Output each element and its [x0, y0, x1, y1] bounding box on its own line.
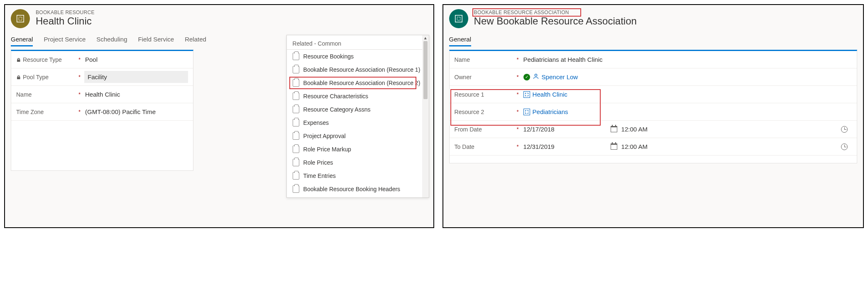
entity-type-label: BOOKABLE RESOURCE	[36, 10, 95, 15]
clipboard-icon	[293, 53, 299, 60]
field-to-date[interactable]: To Date * 12/31/2019 12:00 AM	[450, 138, 857, 156]
verified-icon: ✓	[523, 74, 530, 80]
person-icon	[533, 73, 539, 81]
tab-general[interactable]: General	[11, 34, 33, 46]
related-item-bra-1[interactable]: Bookable Resource Association (Resource …	[287, 63, 429, 76]
related-item-role-price-markup[interactable]: Role Price Markup	[287, 143, 429, 156]
related-item-resource-bookings[interactable]: Resource Bookings	[287, 50, 429, 63]
related-item-characteristics[interactable]: Resource Characteristics	[287, 90, 429, 103]
field-from-date[interactable]: From Date * 12/17/2018 12:00 AM	[450, 121, 857, 138]
value-pool-type: Facility	[84, 71, 188, 83]
attribute-card: Name * Pediatricians at Health Clinic Ow…	[449, 50, 857, 163]
label-from-date: From Date	[455, 126, 517, 133]
calendar-icon[interactable]	[611, 126, 617, 132]
clock-icon[interactable]	[841, 126, 848, 133]
svg-rect-0	[17, 15, 24, 22]
label-name: Name	[16, 91, 78, 98]
resource-icon	[523, 109, 530, 115]
field-name[interactable]: Name * Health Clinic	[11, 86, 193, 103]
tab-field-service[interactable]: Field Service	[138, 34, 174, 46]
left-form-panel: BOOKABLE RESOURCE Health Clinic General …	[4, 4, 434, 228]
related-item-bra-2[interactable]: Bookable Resource Association (Resource …	[287, 76, 429, 90]
tab-general[interactable]: General	[449, 34, 471, 46]
calendar-icon[interactable]	[611, 143, 617, 150]
clipboard-icon	[293, 172, 299, 180]
related-header: Related - Common	[287, 35, 429, 50]
related-item-role-prices[interactable]: Role Prices	[287, 156, 429, 169]
clipboard-icon	[293, 185, 299, 193]
resource-icon	[523, 91, 530, 98]
label-to-date: To Date	[455, 143, 517, 150]
entity-type-label: BOOKABLE RESOURCE ASSOCIATION	[474, 10, 637, 15]
svg-rect-2	[455, 15, 462, 22]
empty-space	[11, 121, 193, 170]
clipboard-icon	[293, 79, 299, 87]
label-resource-type: Resource Type	[23, 56, 62, 63]
clipboard-icon	[293, 132, 299, 140]
lock-icon	[16, 74, 21, 80]
value-from-date: 12/17/2018 12:00 AM	[523, 126, 852, 133]
field-owner[interactable]: Owner * ✓ Spencer Low	[450, 68, 857, 86]
clipboard-icon	[293, 92, 299, 100]
tab-bar: General	[443, 31, 863, 46]
value-owner[interactable]: ✓ Spencer Low	[523, 73, 852, 81]
lock-icon	[16, 56, 21, 63]
tab-related[interactable]: Related	[185, 34, 206, 46]
related-item-booking-headers[interactable]: Bookable Resource Booking Headers	[287, 182, 429, 196]
related-item-category-assns[interactable]: Resource Category Assns	[287, 103, 429, 116]
field-resource-type[interactable]: Resource Type * Pool	[11, 51, 193, 68]
label-resource-2: Resource 2	[455, 109, 517, 115]
value-resource-1[interactable]: Health Clinic	[523, 91, 852, 98]
attribute-card: Resource Type * Pool Pool Type * Facilit…	[11, 50, 193, 171]
entity-icon	[449, 9, 468, 28]
scroll-thumb[interactable]	[423, 41, 428, 99]
value-name: Pediatricians at Health Clinic	[523, 56, 852, 63]
svg-rect-1	[19, 17, 22, 20]
value-name: Health Clinic	[85, 91, 188, 98]
spacer	[450, 156, 857, 163]
svg-rect-3	[457, 17, 460, 20]
form-header: BOOKABLE RESOURCE Health Clinic	[5, 5, 433, 31]
value-to-date: 12/31/2019 12:00 AM	[523, 143, 852, 150]
label-pool-type: Pool Type	[23, 74, 49, 80]
field-resource-1[interactable]: Resource 1 * Health Clinic	[450, 86, 857, 103]
tab-scheduling[interactable]: Scheduling	[96, 34, 127, 46]
label-time-zone: Time Zone	[16, 109, 78, 115]
clipboard-icon	[293, 146, 299, 153]
clipboard-icon	[293, 159, 299, 166]
related-dropdown: ▲ Related - Common Resource Bookings Boo…	[286, 35, 429, 198]
clipboard-icon	[293, 66, 299, 73]
form-header: BOOKABLE RESOURCE ASSOCIATION New Bookab…	[443, 5, 863, 31]
svg-point-4	[535, 74, 537, 76]
related-item-project-approval[interactable]: Project Approval	[287, 129, 429, 143]
tab-project-service[interactable]: Project Service	[44, 34, 86, 46]
clock-icon[interactable]	[841, 143, 848, 150]
field-time-zone[interactable]: Time Zone * (GMT-08:00) Pacific Time	[11, 103, 193, 121]
field-pool-type[interactable]: Pool Type * Facility	[11, 68, 193, 86]
clipboard-icon	[293, 106, 299, 113]
value-resource-type: Pool	[85, 56, 188, 63]
field-resource-2[interactable]: Resource 2 * Pediatricians	[450, 103, 857, 121]
related-item-expenses[interactable]: Expenses	[287, 116, 429, 129]
scrollbar[interactable]: ▲	[422, 35, 429, 197]
scroll-up-icon[interactable]: ▲	[423, 35, 428, 41]
entity-title: New Bookable Resource Association	[474, 15, 637, 27]
value-resource-2[interactable]: Pediatricians	[523, 108, 852, 115]
entity-title: Health Clinic	[36, 15, 95, 27]
label-name: Name	[455, 56, 517, 63]
field-name[interactable]: Name * Pediatricians at Health Clinic	[450, 51, 857, 68]
clipboard-icon	[293, 119, 299, 126]
related-item-time-entries[interactable]: Time Entries	[287, 169, 429, 182]
label-resource-1: Resource 1	[455, 91, 517, 98]
label-owner: Owner	[455, 74, 517, 80]
entity-icon	[11, 9, 30, 28]
value-time-zone: (GMT-08:00) Pacific Time	[85, 108, 188, 115]
right-form-panel: BOOKABLE RESOURCE ASSOCIATION New Bookab…	[443, 4, 864, 228]
